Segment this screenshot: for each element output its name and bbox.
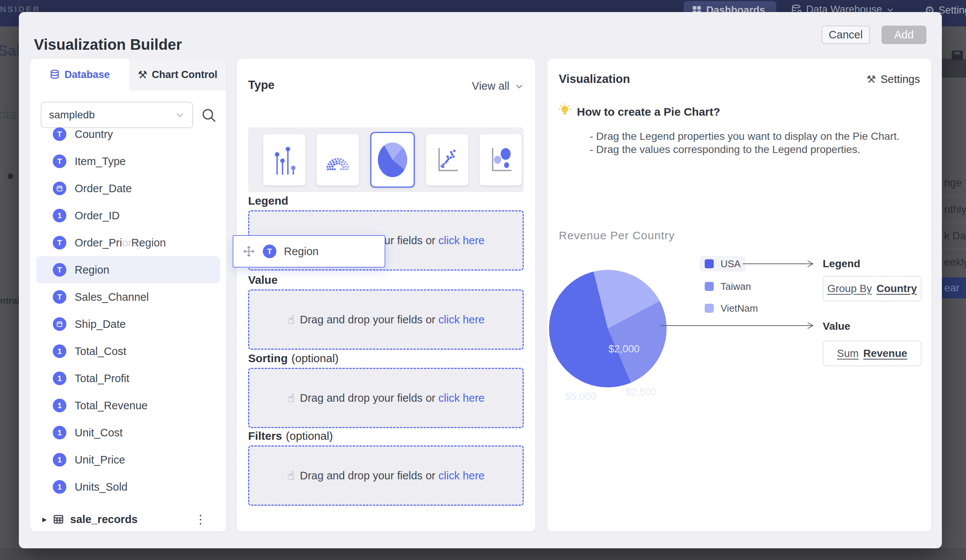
- legend-item-usa[interactable]: USA: [700, 256, 746, 272]
- drag-ghost-field-name: Region: [284, 245, 319, 258]
- background-menu-item[interactable]: nge: [942, 170, 966, 196]
- background-page-label-fragment: ntral: [0, 295, 20, 306]
- kebab-menu-icon[interactable]: ⋮: [195, 512, 207, 526]
- field-name: Total_Revenue: [75, 400, 148, 412]
- drag-ghost: T Region: [233, 235, 385, 268]
- annotation-arrow-legend: [743, 260, 816, 268]
- field-name: Total_Cost: [75, 345, 127, 358]
- tab-database-label: Database: [64, 69, 110, 81]
- field-row[interactable]: 1 Total_Cost: [30, 338, 226, 365]
- filters-dropzone[interactable]: ☝ Drag and drop your fields or click her…: [248, 445, 524, 506]
- field-row[interactable]: 1 Total_Profit: [30, 365, 226, 392]
- legend-item-taiwan[interactable]: Taiwan: [700, 278, 756, 294]
- field-row-selected[interactable]: T Region: [36, 256, 220, 283]
- click-here-link[interactable]: click here: [439, 470, 485, 481]
- background-bullet-dot: [8, 174, 13, 179]
- text-field-icon: T: [263, 245, 276, 258]
- legend-swatch-icon: [705, 282, 714, 291]
- legend-section-label: Legend: [248, 195, 288, 207]
- expand-caret-icon[interactable]: ▸: [42, 514, 47, 525]
- tab-chart-control[interactable]: ⚒ Chart Control: [129, 59, 226, 90]
- chart-type-pie-selected[interactable]: [370, 132, 415, 188]
- chart-type-bubble[interactable]: [480, 134, 522, 185]
- database-icon: [49, 69, 60, 80]
- background-below-modal: [0, 549, 966, 560]
- field-row-order-priority[interactable]: T Order_Priority Region: [30, 229, 226, 256]
- sorting-section-label: Sorting(optional): [248, 352, 338, 365]
- table-tree-item[interactable]: ▸ sale_records ⋮: [30, 506, 226, 531]
- chart-type-dot-arch[interactable]: [317, 134, 359, 185]
- number-field-icon: 1: [53, 372, 66, 385]
- field-name: Unit_Price: [75, 454, 125, 466]
- field-row[interactable]: 1 Unit_Price: [30, 446, 226, 473]
- sorting-dropzone[interactable]: ☝ Drag and drop your fields or click her…: [248, 368, 524, 428]
- field-name: Unit_Cost: [75, 427, 123, 439]
- field-row[interactable]: 1 Total_Revenue: [30, 392, 226, 419]
- chart-type-scatter[interactable]: [426, 134, 468, 185]
- type-section-label: Type: [248, 79, 274, 92]
- text-field-icon: T: [53, 263, 66, 277]
- move-icon: [242, 245, 255, 258]
- annotation-value-mapping[interactable]: Sum Revenue: [823, 341, 922, 366]
- number-field-icon: 1: [53, 344, 66, 358]
- number-field-icon: 1: [53, 453, 66, 467]
- background-menu-item[interactable]: eekly: [942, 249, 966, 275]
- tab-database[interactable]: Database: [30, 59, 129, 90]
- click-here-link[interactable]: click here: [439, 314, 485, 326]
- field-row[interactable]: 1 Units_Sold: [30, 473, 226, 501]
- annotation-value-label: Value: [823, 320, 850, 332]
- datasource-select-value: sampledb: [49, 109, 175, 121]
- click-here-link[interactable]: click here: [439, 392, 485, 404]
- field-name: Country: [75, 128, 113, 141]
- annotation-arrow-value: [660, 321, 816, 330]
- visualization-builder-modal: Visualization Builder Cancel Add Databas…: [19, 12, 942, 549]
- visualization-header: Visualization: [559, 72, 630, 86]
- field-name: Order_ID: [75, 210, 120, 222]
- background-menu-item[interactable]: nthly: [942, 196, 966, 222]
- cancel-button[interactable]: Cancel: [821, 26, 870, 44]
- field-row[interactable]: T Sales_Channel: [30, 283, 226, 311]
- view-all-label: View all: [472, 80, 509, 92]
- field-row[interactable]: 1 Order_ID: [30, 202, 226, 229]
- click-here-link[interactable]: click here: [439, 234, 485, 246]
- pie-chart: $5,000 $2,500 $2,000: [549, 270, 667, 387]
- field-name: Region: [75, 264, 109, 276]
- field-row[interactable]: T Item_Type: [30, 148, 226, 175]
- legend-swatch-icon: [705, 259, 714, 269]
- settings-button[interactable]: ⚒ Settings: [866, 73, 920, 85]
- text-field-icon: T: [53, 128, 66, 141]
- save-icon: [952, 51, 963, 60]
- chart-type-strip: [248, 128, 524, 192]
- field-row[interactable]: 1 Unit_Cost: [30, 419, 226, 446]
- add-button[interactable]: Add: [882, 26, 927, 44]
- legend-label: VietNam: [721, 303, 758, 314]
- nav-label-settings: Settings: [938, 5, 966, 16]
- legend-swatch-icon: [705, 304, 714, 313]
- filters-section-label: Filters(optional): [248, 430, 333, 442]
- field-row[interactable]: Ship_Date: [30, 311, 226, 338]
- pie-slice-value-usa: $5,000: [565, 391, 596, 403]
- field-name: Units_Sold: [75, 481, 127, 493]
- background-page-text-fragment: ota: [0, 107, 16, 122]
- background-panel-fragment: [942, 59, 966, 78]
- legend-item-vietnam[interactable]: VietNam: [700, 300, 763, 316]
- text-field-icon: T: [53, 154, 66, 168]
- table-name: sale_records: [70, 513, 138, 526]
- background-page-heading-fragment: Sal: [0, 42, 20, 59]
- pie-slice-value-taiwan: $2,500: [626, 386, 657, 398]
- tools-icon: ⚒: [866, 73, 876, 85]
- field-row[interactable]: T Country: [30, 121, 226, 148]
- annotation-legend-label: Legend: [823, 258, 861, 270]
- howto-step: - Drag the Legend properties you want to…: [590, 130, 900, 142]
- tap-icon: ☝: [288, 313, 294, 327]
- chart-type-lollipop[interactable]: [263, 134, 306, 185]
- annotation-legend-mapping[interactable]: Group By Country: [823, 276, 922, 301]
- view-all-dropdown[interactable]: View all: [472, 80, 524, 92]
- number-field-icon: 1: [53, 480, 66, 494]
- field-row[interactable]: Order_Date: [30, 175, 226, 202]
- tools-icon: ⚒: [138, 69, 147, 81]
- background-menu-item[interactable]: k Date: [942, 222, 966, 249]
- value-dropzone[interactable]: ☝ Drag and drop your fields or click her…: [248, 290, 524, 350]
- number-field-icon: 1: [53, 426, 66, 439]
- background-menu-item-selected[interactable]: ear: [942, 277, 966, 298]
